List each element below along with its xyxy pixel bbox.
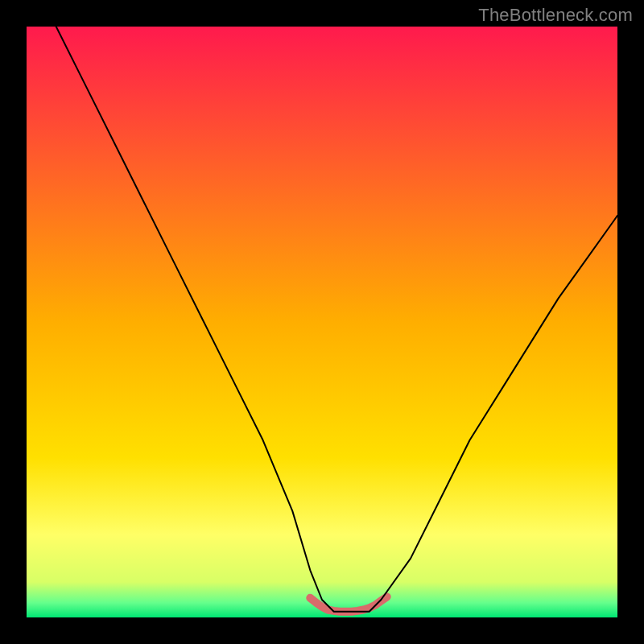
watermark-text: TheBottleneck.com	[478, 5, 633, 26]
chart-canvas	[0, 0, 644, 644]
chart-frame: TheBottleneck.com	[0, 0, 644, 644]
plot-background	[27, 27, 617, 617]
